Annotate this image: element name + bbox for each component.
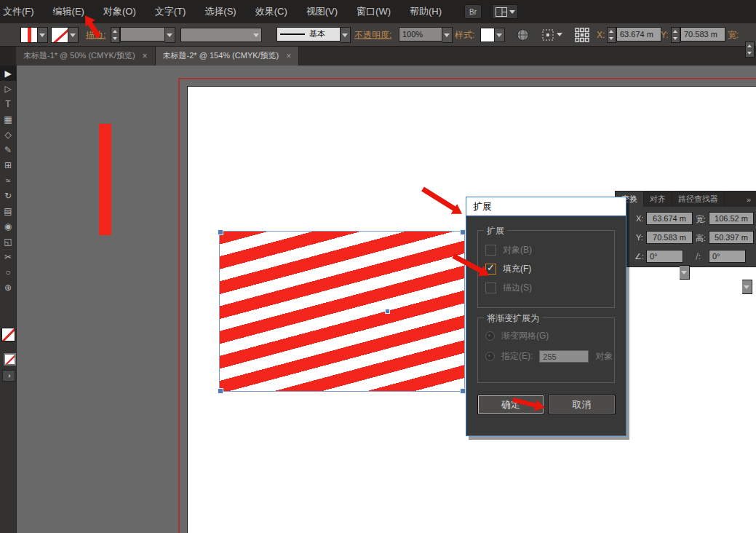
free-transform-tool-icon[interactable]: ⊞ — [0, 157, 16, 173]
panel-y-value[interactable]: 70.583 m — [646, 231, 693, 244]
panel-x-value[interactable]: 63.674 m — [646, 212, 693, 225]
panel-tab-pathfinder[interactable]: 路径查找器 — [672, 192, 725, 207]
striped-rectangle-object[interactable] — [220, 232, 464, 391]
mesh-tool-icon[interactable]: ◉ — [0, 218, 16, 234]
pencil-tool-icon[interactable]: ✎ — [0, 142, 16, 157]
x-value[interactable]: 63.674 m — [616, 27, 661, 42]
checkbox-row-stroke[interactable]: 描边(S) — [485, 282, 532, 294]
stroke-swatch-preview — [51, 27, 68, 43]
selection-handle-bottom-right[interactable] — [460, 388, 466, 394]
width-stepper[interactable] — [745, 42, 755, 58]
gradient-mesh-label: 渐变网格(G) — [501, 330, 549, 342]
shape-builder-tool-icon[interactable]: ◱ — [0, 234, 16, 249]
x-stepper[interactable] — [607, 27, 616, 43]
rotate-tool-icon[interactable]: ↻ — [0, 188, 16, 203]
specify-objects-input[interactable]: 255 — [539, 350, 589, 363]
fill-dropdown-icon[interactable] — [38, 27, 48, 43]
selection-handle-top-right[interactable] — [460, 229, 466, 235]
fill-color-swatch[interactable] — [20, 27, 48, 43]
panel-overflow-icon[interactable]: » — [741, 192, 756, 207]
width-tool-icon[interactable]: ≈ — [0, 173, 16, 188]
document-tab-bar: 未标题-1* @ 50% (CMYK/预览) × 未标题-2* @ 154% (… — [0, 46, 756, 66]
brush-stroke-preview — [280, 33, 305, 35]
stroke-color-swatch[interactable] — [51, 27, 79, 43]
stroke-weight-dropdown-icon[interactable] — [165, 27, 175, 43]
dashed-box-icon — [542, 29, 554, 41]
panel-height-label: 高: — [696, 233, 706, 244]
radio-row-mesh[interactable]: 渐变网格(G) — [485, 330, 549, 342]
panel-rotate-dropdown-icon[interactable] — [680, 265, 690, 280]
panel-rotate-value[interactable]: 0° — [646, 250, 683, 263]
selection-center-point[interactable] — [385, 309, 390, 314]
toolbar-fill-swatch[interactable] — [1, 328, 15, 341]
panel-tab-align[interactable]: 对齐 — [644, 192, 672, 207]
toolbar-stroke-swatch[interactable] — [4, 353, 16, 366]
gradient-tool-icon[interactable]: ▤ — [0, 203, 16, 218]
type-tool-icon[interactable]: T — [0, 96, 16, 111]
opacity-label[interactable]: 不透明度: — [354, 28, 391, 41]
menu-item-effect[interactable]: 效果(C) — [246, 0, 297, 23]
stroke-weight-value[interactable] — [120, 27, 165, 42]
object-checkbox[interactable] — [485, 245, 496, 256]
opacity-dropdown-icon[interactable] — [442, 27, 453, 43]
workspace-switcher-button[interactable] — [492, 4, 518, 19]
style-swatch-dropdown[interactable] — [480, 28, 505, 42]
panel-shear-value[interactable]: 0° — [709, 250, 746, 263]
panel-tab-bar: 变换 对齐 路径查找器 » — [616, 192, 756, 207]
style-dropdown-icon[interactable] — [495, 28, 505, 42]
tab-close-icon[interactable]: × — [143, 51, 148, 61]
x-coordinate-control[interactable]: 63.674 m — [607, 27, 661, 43]
red-bar-object[interactable] — [99, 124, 111, 235]
stroke-dropdown-icon[interactable] — [68, 27, 79, 43]
radio-row-specify[interactable]: 指定(E): 255 对象 — [485, 350, 613, 363]
stroke-weight-stepper[interactable] — [111, 27, 120, 43]
menu-item-help[interactable]: 帮助(H) — [400, 0, 451, 23]
menu-item-view[interactable]: 视图(V) — [297, 0, 347, 23]
checkbox-row-fill[interactable]: 填充(F) — [485, 263, 531, 275]
y-stepper[interactable] — [671, 27, 680, 43]
document-tab-2-active[interactable]: 未标题-2* @ 154% (CMYK/预览) × — [156, 46, 300, 66]
bridge-button[interactable]: Br — [464, 4, 482, 19]
stroke-weight-control[interactable] — [111, 27, 175, 43]
panel-width-value[interactable]: 106.52 m — [709, 212, 754, 225]
dialog-title-bar[interactable]: 扩展 — [466, 197, 626, 216]
isolate-selected-object-button[interactable] — [542, 29, 562, 41]
shape-tool-icon[interactable]: ◇ — [0, 127, 16, 142]
specify-label: 指定(E): — [501, 350, 533, 363]
hand-tool-icon[interactable]: ⊕ — [0, 280, 16, 295]
panel-shear-dropdown-icon[interactable] — [742, 280, 752, 294]
gradient-mesh-radio[interactable] — [485, 331, 495, 341]
specify-radio[interactable] — [485, 352, 495, 361]
checkbox-row-object[interactable]: 对象(B) — [485, 244, 532, 256]
opacity-control[interactable]: 100% — [399, 27, 453, 43]
reference-point-grid-icon[interactable] — [575, 28, 589, 42]
y-coordinate-control[interactable]: 70.583 m — [671, 27, 725, 43]
brush-dropdown-icon[interactable] — [341, 27, 351, 43]
toolbar-color-mode-button[interactable]: ◑ — [2, 370, 15, 382]
tab-close-icon[interactable]: × — [286, 51, 291, 61]
direct-selection-tool-icon[interactable]: ▷ — [0, 81, 16, 96]
document-tab-1[interactable]: 未标题-1* @ 50% (CMYK/预览) × — [16, 46, 156, 66]
stroke-checkbox[interactable] — [485, 283, 496, 293]
y-value[interactable]: 70.583 m — [680, 27, 725, 42]
menu-item-object[interactable]: 对象(O) — [94, 0, 146, 23]
rectangle-tool-icon[interactable]: ▦ — [0, 111, 16, 127]
variable-width-profile-dropdown[interactable] — [180, 28, 262, 42]
opacity-value[interactable]: 100% — [399, 27, 442, 42]
zoom-tool-icon[interactable]: ○ — [0, 264, 16, 280]
document-tab-1-title: 未标题-1* @ 50% (CMYK/预览) — [23, 50, 135, 61]
selection-tool-icon[interactable]: ▶ — [0, 66, 16, 81]
menu-item-file[interactable]: 文件(F) — [0, 0, 44, 23]
expand-group-label: 扩展 — [484, 225, 507, 237]
panel-height-value[interactable]: 50.397 m — [709, 231, 754, 244]
brush-definition-dropdown[interactable]: 基本 — [276, 27, 351, 43]
selection-handle-top-left[interactable] — [218, 229, 223, 235]
menu-item-select[interactable]: 选择(S) — [195, 0, 245, 23]
selection-handle-bottom-left[interactable] — [218, 388, 223, 394]
scissors-tool-icon[interactable]: ✂ — [0, 249, 16, 264]
document-setup-globe-icon[interactable] — [517, 28, 529, 41]
cancel-button[interactable]: 取消 — [548, 395, 616, 414]
menu-item-type[interactable]: 文字(T) — [146, 0, 196, 23]
y-coordinate-label: Y: — [661, 30, 669, 40]
menu-item-window[interactable]: 窗口(W) — [347, 0, 400, 23]
